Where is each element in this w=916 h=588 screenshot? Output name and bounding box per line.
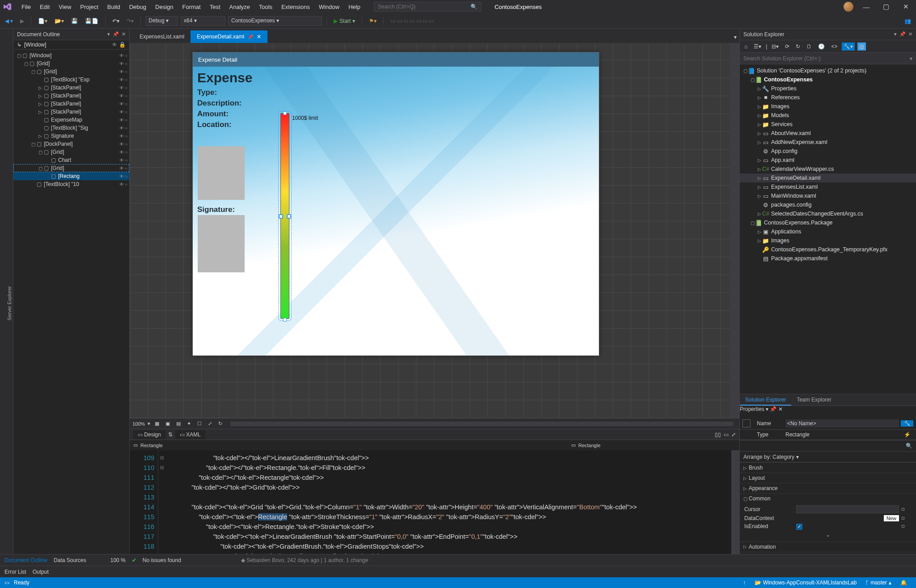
cat-brush[interactable]: ▷Brush [740, 462, 916, 473]
source-repo[interactable]: 📂 Windows-AppConsult-XAMLIslandsLab [750, 580, 861, 586]
outline-node[interactable]: ▢ExpenseMap👁○ [13, 116, 129, 124]
close-icon[interactable]: ✕ [122, 31, 126, 37]
branch[interactable]: ᚶ master ▴ [861, 580, 896, 586]
snap-icon[interactable]: ▣ [164, 420, 172, 427]
chevron-down-icon[interactable]: ▾ [910, 55, 912, 62]
tab-expenseslist[interactable]: ExpensesList.xaml [133, 30, 191, 43]
solution-root[interactable]: ▢📘Solution 'ContosoExpenses' (2 of 2 pro… [740, 66, 916, 75]
name-field[interactable]: <No Name> [785, 419, 899, 427]
pin-icon[interactable]: 📌 [770, 406, 776, 412]
panel-dropdown-icon[interactable]: ▾ [894, 31, 897, 37]
outline-node[interactable]: ▢▢[Grid]👁○ [13, 164, 129, 172]
solution-item[interactable]: ▷▭AddNewExpense.xaml [740, 138, 916, 147]
pin-icon[interactable]: 📌 [899, 31, 906, 37]
split-horizontal-icon[interactable]: ▭ [724, 431, 729, 438]
search-icon[interactable]: 🔍 [906, 443, 912, 449]
cat-common[interactable]: ▢Common [740, 493, 916, 503]
solution-item[interactable]: ▷▭AboutView.xaml [740, 129, 916, 138]
designer-scrollbar-v[interactable] [730, 43, 739, 418]
eye-icon[interactable]: 👁 [112, 42, 117, 48]
panel-dropdown-icon[interactable]: ▾ [766, 406, 768, 412]
redo-button[interactable]: ↷▾ [124, 17, 136, 25]
designer-scrollbar-h[interactable] [230, 422, 733, 426]
selection-midpoint[interactable] [287, 214, 291, 219]
pin-icon[interactable]: 📌 [248, 34, 253, 39]
panel-dropdown-icon[interactable]: ▾ [107, 31, 110, 37]
attach-button[interactable]: ⚑▾ [367, 17, 379, 25]
outline-node[interactable]: ▷▢Signature👁○ [13, 132, 129, 140]
start-button[interactable]: ▶Start ▾ [331, 17, 357, 25]
sync-icon[interactable]: ⟳ [783, 42, 791, 51]
cat-layout[interactable]: ▷Layout [740, 473, 916, 483]
notifications-icon[interactable]: 🔔 [896, 580, 912, 586]
split-vertical-icon[interactable]: ▯▯ [715, 431, 721, 438]
code-icon[interactable]: <> [829, 42, 839, 51]
collapse-pane-icon[interactable]: ⤢ [731, 431, 736, 438]
back-button[interactable]: ◀ ▾ [3, 17, 15, 25]
collapse-all-icon[interactable]: ⊟▾ [770, 42, 780, 51]
save-button[interactable]: 💾 [69, 17, 80, 25]
undo-button[interactable]: ↶▾ [110, 17, 122, 25]
menu-design[interactable]: Design [151, 2, 178, 12]
solution-search[interactable]: ▾ [740, 53, 916, 64]
solution-item[interactable]: ▷▭ExpenseDetail.xaml [740, 173, 916, 182]
step-group[interactable]: ▭ ▭ ▭ ▭ ▭ ▭ ▭ [388, 17, 436, 25]
cat-appearance[interactable]: ▷Appearance [740, 483, 916, 493]
platform-selector[interactable]: x64 ▾ [181, 16, 225, 26]
selection-handle[interactable] [283, 111, 287, 115]
forward-button[interactable]: ▶ [18, 17, 26, 25]
menu-help[interactable]: Help [344, 2, 365, 12]
minimize-button[interactable]: — [860, 3, 873, 11]
solution-tree[interactable]: ▢📘Solution 'ContosoExpenses' (2 of 2 pro… [740, 64, 916, 394]
xaml-path-right[interactable]: Rectangle [578, 443, 601, 448]
close-icon[interactable]: ✕ [778, 406, 783, 412]
selection-handle[interactable] [283, 318, 287, 321]
outline-node[interactable]: ▢▢[Grid]👁○ [13, 59, 129, 68]
ruler-icon[interactable]: ☐ [195, 420, 204, 427]
menu-debug[interactable]: Debug [125, 2, 151, 12]
lock-icon[interactable]: 🔒 [119, 42, 126, 48]
close-button[interactable]: ✕ [899, 3, 912, 11]
show-all-icon[interactable]: 🗋 [805, 42, 814, 51]
solution-item[interactable]: ▷■References [740, 93, 916, 102]
solution-item[interactable]: ▷C#SelectedDatesChangedEventArgs.cs [740, 209, 916, 218]
solution-item[interactable]: ⚙packages.config [740, 200, 916, 209]
outline-node[interactable]: ▢[TextBlock] "Exp👁○ [13, 76, 129, 84]
menu-extensions[interactable]: Extensions [277, 2, 314, 12]
outline-node[interactable]: ▷▢[StackPanel]👁○ [13, 92, 129, 100]
menu-build[interactable]: Build [103, 2, 125, 12]
menu-format[interactable]: Format [178, 2, 205, 12]
solution-explorer-tab[interactable]: Solution Explorer [740, 394, 791, 406]
team-explorer-tab[interactable]: Team Explorer [791, 394, 836, 406]
events-toggle-icon[interactable]: 🔧 [901, 420, 913, 427]
menu-view[interactable]: View [54, 2, 76, 12]
outline-node[interactable]: ▢[TextBlock] "Sig👁○ [13, 124, 129, 132]
tab-close-icon[interactable]: ✕ [257, 34, 261, 40]
expand-more-icon[interactable]: ⌄ [740, 531, 916, 539]
refresh-icon[interactable]: ↻ [216, 420, 224, 427]
preview-icon[interactable]: ▤ [857, 42, 866, 51]
config-selector[interactable]: Debug ▾ [145, 16, 178, 26]
solution-item[interactable]: ▷📁Models [740, 111, 916, 120]
history-icon[interactable]: 🕒 [816, 42, 827, 51]
solution-item[interactable]: ⚙App.config [740, 147, 916, 156]
fit-icon[interactable]: ⤢ [206, 420, 214, 427]
publish-button[interactable]: ↑ [738, 580, 750, 586]
outline-node[interactable]: ▢[Rectang👁○ [13, 172, 129, 180]
solution-item[interactable]: ▢📗ContosoExpenses.Package [740, 218, 916, 227]
menu-project[interactable]: Project [76, 2, 102, 12]
menu-edit[interactable]: Edit [35, 2, 54, 12]
quick-search[interactable]: 🔍 [374, 2, 481, 12]
server-explorer-tab[interactable]: Server Explorer [6, 284, 13, 322]
solution-search-input[interactable] [743, 55, 910, 62]
prop-isenabled[interactable]: IsEnabled ✓ [740, 522, 916, 531]
cat-automation[interactable]: ▷Automation [740, 541, 916, 552]
outline-node[interactable]: ▢Chart👁○ [13, 156, 129, 164]
outline-tree[interactable]: ▢▢[Window]👁○▢▢[Grid]👁○▢▢[Grid]👁○▢[TextBl… [13, 50, 129, 190]
menu-window[interactable]: Window [314, 2, 344, 12]
menu-file[interactable]: File [17, 2, 35, 12]
outline-node[interactable]: ▢▢[Grid]👁○ [13, 148, 129, 156]
outline-node[interactable]: ▷▢[StackPanel]👁○ [13, 100, 129, 108]
solution-item[interactable]: ▷▭App.xaml [740, 156, 916, 165]
refresh-icon[interactable]: ↻ [794, 42, 802, 51]
